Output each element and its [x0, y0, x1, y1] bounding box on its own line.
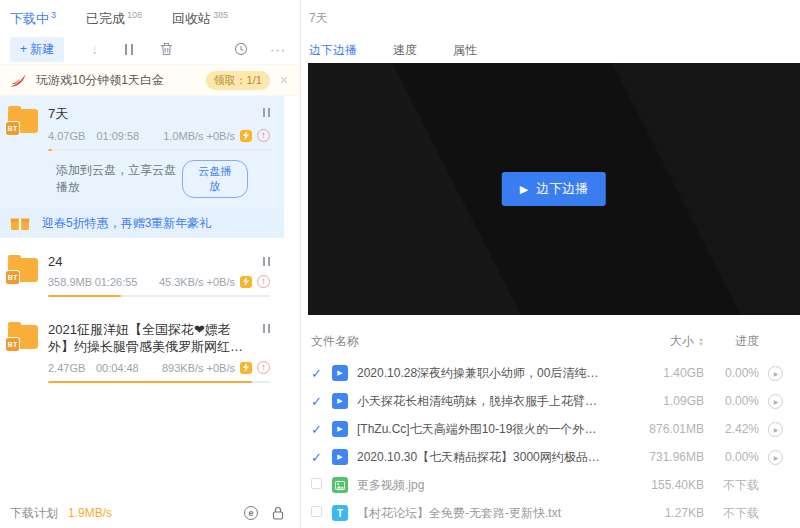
trial-speed-badge[interactable]: [240, 362, 252, 374]
video-player-area: ▶ 边下边播: [308, 63, 800, 315]
claim-reward-badge[interactable]: 领取：1/1: [206, 71, 270, 90]
trial-speed-badge[interactable]: [240, 130, 252, 142]
file-row[interactable]: ✓ ▶ 小天探花长相清纯萌妹，脱掉衣服手上花臂纹身，蹲着口交沙发上被猛操站立后.…: [301, 387, 800, 415]
file-progress: 0.00%: [704, 366, 759, 380]
left-status-bar: 下载计划 1.9MB/s e: [0, 498, 300, 528]
bt-folder-icon: BT: [8, 325, 38, 349]
browser-monitor-icon[interactable]: e: [244, 506, 258, 520]
tab-completed[interactable]: 已完成108: [86, 10, 142, 28]
file-size: 1.40GB: [614, 366, 704, 380]
history-clock-icon[interactable]: [234, 42, 248, 56]
file-size: 1.27KB: [614, 506, 704, 520]
spring-promo-row[interactable]: 迎春5折特惠，再赠3重新年豪礼: [0, 208, 284, 238]
tab-properties[interactable]: 属性: [453, 42, 477, 59]
delete-task-icon[interactable]: [160, 42, 173, 56]
task-speed: 893KB/s: [162, 362, 204, 374]
tab-recycle-bin-label: 回收站: [172, 11, 211, 26]
file-table-header: 文件名称 大小 ▲ ▼ 进度: [301, 315, 800, 359]
tab-downloading-label: 下载中: [10, 11, 49, 26]
text-file-icon: T: [332, 505, 348, 521]
task-speed: 1.0MB/s: [163, 130, 203, 142]
thunder-swoosh-icon: [10, 74, 26, 87]
file-row[interactable]: T 【村花论坛】全免费-无套路-更新快.txt 1.27KB 不下载: [301, 499, 800, 527]
task-item-7days[interactable]: BT 7天 4.07GB 01:09:58 1.0MB/s +0B/s ↑: [0, 96, 284, 208]
task-time-remaining: 00:04:48: [96, 362, 162, 374]
speed-up-icon[interactable]: ↑: [257, 361, 270, 374]
task-progress-bar: [48, 381, 270, 383]
speed-up-icon[interactable]: ↑: [257, 275, 270, 288]
bt-badge: BT: [6, 338, 19, 351]
checkbox-unchecked[interactable]: [311, 506, 324, 520]
download-plan-button[interactable]: 下载计划: [10, 505, 58, 522]
task-size: 358.9MB: [48, 276, 95, 288]
tab-completed-label: 已完成: [86, 11, 125, 26]
task-size: 2.47GB: [48, 362, 96, 374]
banner-text: 玩游戏10分钟领1天白金: [36, 72, 164, 89]
more-options-icon[interactable]: ···: [270, 42, 286, 57]
checkbox-checked[interactable]: ✓: [311, 366, 324, 381]
banner-close-icon[interactable]: ×: [280, 73, 288, 87]
task-progress-bar: [48, 295, 270, 297]
file-progress: 不下载: [704, 505, 759, 522]
file-progress: 0.00%: [704, 394, 759, 408]
checkbox-checked[interactable]: ✓: [311, 450, 324, 465]
file-name: 小天探花长相清纯萌妹，脱掉衣服手上花臂纹身，蹲着口交沙发上被猛操站立后...: [357, 393, 614, 410]
cloud-tip-text: 添加到云盘，立享云盘播放: [56, 162, 182, 196]
trial-speed-badge[interactable]: [240, 276, 252, 288]
new-task-button[interactable]: + 新建: [10, 37, 64, 62]
pause-task-icon[interactable]: [263, 108, 270, 117]
play-while-downloading-button[interactable]: ▶ 边下边播: [502, 172, 606, 206]
checkbox-unchecked[interactable]: [311, 478, 324, 492]
gift-icon: [10, 216, 30, 231]
task-item-24[interactable]: BT 24 358.9MB 01:26:55 45.3KB/s +0B/s ↑: [0, 245, 284, 305]
tab-speed[interactable]: 速度: [393, 42, 417, 59]
tab-recycle-bin[interactable]: 回收站385: [172, 10, 228, 28]
row-play-button[interactable]: ▶: [768, 394, 783, 409]
task-size: 4.07GB: [48, 130, 96, 142]
download-list-panel: 下载中3 已完成108 回收站385 + 新建 ↓ ··· 玩游戏10分: [0, 0, 300, 528]
detail-title: 7天: [301, 0, 800, 27]
activity-banner: 玩游戏10分钟领1天白金 领取：1/1 ×: [0, 64, 300, 96]
resume-all-icon[interactable]: ↓: [91, 42, 98, 56]
tab-recycle-bin-count: 385: [213, 10, 228, 20]
file-name: 2020.10.28深夜约操兼职小幼师，00后清纯小萝莉羞涩温柔，玲珑玉体沙发抠…: [357, 365, 614, 382]
pause-all-icon[interactable]: [125, 44, 133, 55]
checkbox-checked[interactable]: ✓: [311, 394, 324, 409]
file-size: 731.96MB: [614, 450, 704, 464]
tab-downloading-count: 3: [51, 10, 56, 20]
task-title: 2021征服洋妞【全国探花❤嫖老外】约操长腿骨感美俄罗斯网红美女激情沙发震 专业…: [48, 321, 253, 355]
task-progress-bar: [48, 149, 270, 151]
file-name: 【村花论坛】全免费-无套路-更新快.txt: [357, 505, 614, 522]
cloud-play-button[interactable]: 云盘播放: [182, 160, 248, 198]
task-meta: 4.07GB 01:09:58 1.0MB/s +0B/s ↑: [48, 129, 270, 142]
file-row[interactable]: ✓ ▶ 2020.10.28深夜约操兼职小幼师，00后清纯小萝莉羞涩温柔，玲珑玉…: [301, 359, 800, 387]
task-time-remaining: 01:09:58: [96, 130, 163, 142]
total-speed-value: 1.9MB/s: [68, 506, 112, 520]
detail-tabs: 边下边播 速度 属性: [301, 27, 800, 59]
row-play-button[interactable]: ▶: [768, 366, 783, 381]
file-name: 更多视频.jpg: [357, 477, 614, 494]
tab-play-while-downloading[interactable]: 边下边播: [309, 42, 357, 59]
lock-icon[interactable]: [272, 506, 284, 520]
file-progress: 不下载: [704, 477, 759, 494]
promo-text: 迎春5折特惠，再赠3重新年豪礼: [42, 215, 211, 232]
speed-up-icon[interactable]: ↑: [257, 129, 270, 142]
file-size: 876.01MB: [614, 422, 704, 436]
task-item-2021[interactable]: BT 2021征服洋妞【全国探花❤嫖老外】约操长腿骨感美俄罗斯网红美女激情沙发震…: [0, 312, 284, 391]
video-file-icon: ▶: [332, 365, 348, 381]
row-play-button[interactable]: ▶: [768, 450, 783, 465]
file-row[interactable]: ✓ ▶ 2020.10.30【七天精品探花】3000网约极品风骚御姐外围，情趣诱…: [301, 443, 800, 471]
file-row[interactable]: ✓ ▶ [ThZu.Cc]七天高端外围10-19很火的一个外围排了几小时才来.m…: [301, 415, 800, 443]
pause-task-icon[interactable]: [263, 324, 270, 333]
task-toolbar: + 新建 ↓ ···: [0, 34, 300, 64]
file-row[interactable]: 更多视频.jpg 155.40KB 不下载: [301, 471, 800, 499]
pause-task-icon[interactable]: [263, 257, 270, 266]
video-file-icon: ▶: [332, 449, 348, 465]
row-play-button[interactable]: ▶: [768, 422, 783, 437]
task-speed-delta: +0B/s: [207, 276, 235, 288]
checkbox-checked[interactable]: ✓: [311, 422, 324, 437]
task-title: 7天: [48, 105, 253, 123]
task-speed-delta: +0B/s: [207, 362, 235, 374]
tab-downloading[interactable]: 下载中3: [10, 10, 56, 28]
cloud-suggestion-row: 添加到云盘，立享云盘播放 云盘播放: [8, 151, 270, 208]
